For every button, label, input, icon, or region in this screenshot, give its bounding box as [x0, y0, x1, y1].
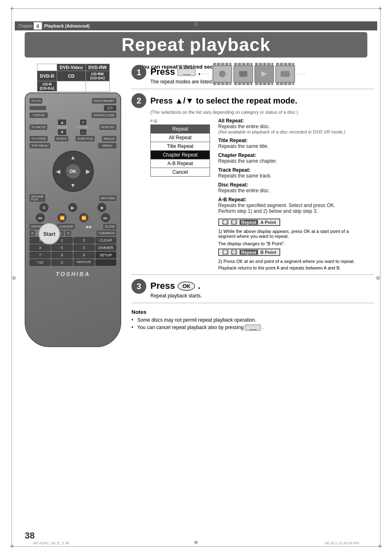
open-close-button[interactable]: OPEN/CLOSE	[92, 113, 116, 118]
ab-display-a-visual: 🅐 🅑 Repeat A Point	[218, 219, 280, 226]
display-button[interactable]: DISPLAY	[99, 124, 116, 130]
desc-ab-repeat-text: Repeats the specified segment. Select an…	[218, 203, 374, 214]
disc-dvd-video: DVD-Video	[57, 64, 86, 71]
b-point-label: B Point	[261, 250, 277, 255]
num-9-button[interactable]: 9	[74, 252, 95, 258]
step2-header: 2 Press ▲/▼ to select the repeat mode.	[131, 93, 374, 108]
a-button[interactable]: A	[30, 230, 35, 236]
desc-all-repeat-title: All Repeat:	[218, 118, 374, 124]
step3-period: .	[198, 281, 200, 291]
rew-button[interactable]: ⏪	[58, 213, 67, 222]
t-search-button[interactable]: T.SEARCH	[97, 230, 116, 236]
repeat-menu: Repeat All Repeat Title Repeat Chapter R…	[150, 124, 210, 177]
step1-content: Press REPEAT ___ . The repeat modes are …	[150, 65, 213, 85]
resume-play-button[interactable]: RESUMEPLAY	[30, 194, 45, 202]
menu-item-chapter-repeat: Chapter Repeat	[150, 150, 210, 159]
corner-cross-br: ✛	[377, 543, 383, 549]
desc-all-repeat-text: Repeats the entire disc.	[218, 124, 374, 129]
desc-track-repeat-text: Repeats the same track.	[218, 173, 374, 179]
num-4-button[interactable]: 4	[30, 244, 51, 251]
desc-all-repeat-note: (Not available in playback of a disc rec…	[218, 129, 374, 134]
cursor-button[interactable]: CURSOR	[57, 224, 75, 229]
step1-press-label: Press	[150, 67, 175, 77]
angle-button[interactable]: ANGLE	[102, 136, 116, 141]
step2-title: Press ▲/▼ to select the repeat mode.	[150, 96, 297, 106]
transport-controls: ⏸ ▶ ■	[30, 203, 116, 212]
disc-cd: CD	[57, 71, 86, 81]
menu-item-ab-repeat: A-B Repeat	[150, 159, 210, 168]
num-8-button[interactable]: 8	[51, 252, 72, 258]
tv-io-button[interactable]: TV I/O	[30, 98, 42, 104]
next-chapter-button[interactable]: ⏭	[101, 213, 110, 222]
prev-chapter-button[interactable]: ⏮	[36, 213, 45, 222]
step2-circle: 2	[131, 93, 146, 108]
corner-cross-tl: ✛	[9, 6, 15, 12]
num-3-button[interactable]: 3	[74, 237, 95, 244]
note-item-1: • Some discs may not permit repeat playb…	[131, 317, 374, 323]
ab-result-text: Playback returns to the point A and repe…	[218, 265, 374, 270]
main-sub-button[interactable]: MAIN/SUB	[74, 259, 95, 266]
step3-ok-key: OK	[178, 281, 196, 291]
disc-dvd-r: DVD-R	[37, 71, 57, 81]
descriptions-container: All Repeat: Repeats the entire disc. (No…	[218, 118, 374, 270]
setup-button[interactable]: SETUP	[95, 252, 116, 258]
num-7-button[interactable]: 7	[30, 252, 51, 258]
d-button[interactable]: D	[65, 230, 71, 236]
tv-mute-button[interactable]: TV MUTE	[30, 124, 47, 130]
menu-button[interactable]: MENU	[98, 143, 116, 148]
desc-chapter-repeat-text: Repeats the same chapter.	[218, 158, 374, 164]
display-changes-note: The display changes to "B Point".	[218, 241, 374, 246]
remote-control: TV I/O ON/STANDBY 1/ᐳ TV/DVD OPEN/CLOSE …	[25, 92, 121, 347]
pause-button[interactable]: ⏸	[39, 203, 48, 212]
nav-up-button[interactable]: ▲	[70, 154, 76, 161]
note-text-2: You can cancel repeat playback also by p…	[137, 325, 245, 330]
desc-title-repeat: Title Repeat: Repeats the same title.	[218, 138, 374, 149]
onstandby-button[interactable]: ON/STANDBY	[92, 98, 116, 104]
step3-press-label: Press	[150, 281, 175, 291]
ab-repeat-word-a: Repeat	[240, 220, 258, 225]
center-cross-top: ⊕	[194, 21, 198, 27]
step3-content: Press OK . Repeat playback starts.	[150, 279, 202, 299]
audio-button[interactable]: AUDIO	[55, 136, 68, 141]
subtitle-button[interactable]: SUBTITLE	[76, 136, 95, 141]
fwd-button[interactable]: ⏩	[79, 213, 88, 222]
top-menu-button[interactable]: TOP MENU	[30, 143, 50, 148]
chapter-label: Chapter	[18, 24, 33, 28]
footer-file-info: HD-A2KC_04_E_3 38	[33, 541, 69, 545]
nav-down-button[interactable]: ▼	[70, 182, 76, 189]
plus10-button[interactable]: +10	[30, 259, 51, 266]
num-5-button[interactable]: 5	[51, 244, 72, 251]
nav-cluster: ▲ ▼ ◀ ▶ OK	[53, 151, 94, 192]
nav-right-button[interactable]: ▶	[86, 168, 90, 175]
ab-display-b-visual: 🅐 🅑 Repeat B Point	[218, 249, 280, 256]
ok-button[interactable]: OK	[66, 164, 81, 179]
footer-cross: ⊕	[194, 539, 198, 545]
step2-subtitle: (The selections on the list vary dependi…	[150, 110, 374, 115]
seek-controls: ⏮ ⏪ ⏩ ⏭	[30, 213, 116, 222]
tv-dvd-button[interactable]: TV/DVD	[30, 113, 48, 118]
num-0-button[interactable]: 0	[51, 259, 72, 266]
desc-disc-repeat-text: Repeats the entire disc.	[218, 188, 374, 193]
tv-code-button[interactable]: TV CODE	[30, 136, 48, 141]
stop-button[interactable]: ■	[97, 203, 106, 212]
note-period-2: .	[262, 325, 263, 330]
note-item-2: • You can cancel repeat playback also by…	[131, 325, 374, 331]
nav-left-button[interactable]: ◀	[56, 168, 60, 175]
brand-logo: TOSHIBA	[30, 271, 116, 277]
return-button[interactable]: RETURN	[99, 196, 116, 201]
ab-step1-instruction: 1) While the above display appears, pres…	[218, 229, 374, 239]
page-title: Repeat playback	[122, 35, 270, 55]
menu-item-repeat: Repeat	[150, 124, 210, 134]
step3-section: 3 Press OK . Repeat playback starts.	[131, 275, 374, 303]
desc-title-repeat-title: Title Repeat:	[218, 138, 374, 143]
num-6-button[interactable]: 6	[74, 244, 95, 251]
slow-button[interactable]: SLOW	[103, 224, 116, 229]
step1-circle: 1	[131, 65, 146, 80]
desc-track-repeat: Track Repeat: Repeats the same track.	[218, 167, 374, 179]
play-button[interactable]: ▶	[68, 203, 77, 212]
dimmer-button[interactable]: DIMMER	[95, 244, 116, 251]
clear-button[interactable]: CLEAR	[95, 237, 116, 244]
note-text-1: Some discs may not permit repeat playbac…	[137, 317, 256, 323]
step1-period: .	[198, 67, 201, 77]
menu-item-cancel: Cancel	[150, 168, 210, 177]
